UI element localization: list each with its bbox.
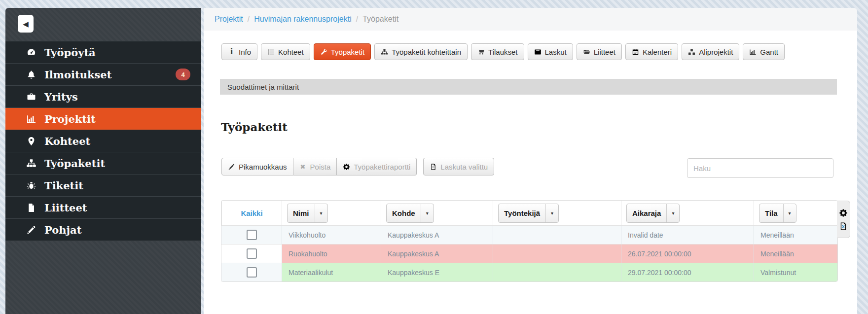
column-dropdown-nimi[interactable]: Nimi▾ xyxy=(287,204,328,223)
row-checkbox[interactable] xyxy=(247,267,257,278)
sidebar: ◀ TyöpöytäIlmoitukset4YritysProjektitKoh… xyxy=(5,8,201,314)
column-label: Tila xyxy=(760,204,783,222)
column-dropdown-aikaraja[interactable]: Aikaraja▾ xyxy=(626,204,680,223)
tab-label: Työpaketit xyxy=(331,48,364,56)
cart-icon xyxy=(477,48,485,56)
sidebar-item-työpaketit[interactable]: Työpaketit xyxy=(5,152,201,174)
sidebar-item-label: Ilmoitukset xyxy=(44,69,111,81)
breadcrumb-separator: / xyxy=(356,15,358,24)
column-dropdown-tila[interactable]: Tila▾ xyxy=(759,204,796,223)
breadcrumb-item[interactable]: Huvimajan rakennusprojekti xyxy=(254,15,351,24)
tab-liitteet[interactable]: Liitteet xyxy=(577,43,622,60)
row-checkbox[interactable] xyxy=(247,230,257,240)
cubes-icon xyxy=(688,48,695,56)
table-settings-icon[interactable] xyxy=(839,209,848,217)
sidebar-item-tiketit[interactable]: Tiketit xyxy=(5,174,201,196)
cell-aikaraja: 29.07.2021 00:00:00 xyxy=(621,263,754,281)
tab-laskut[interactable]: Laskut xyxy=(528,43,573,60)
table-row: MateriaalikulutKauppakeskus E29.07.2021 … xyxy=(221,263,837,281)
export-excel-icon[interactable] xyxy=(839,222,848,231)
filters-bar-label: Suodattimet ja mittarit xyxy=(227,83,299,91)
briefcase-icon xyxy=(26,92,36,102)
sidebar-item-label: Työpöytä xyxy=(44,46,96,59)
tab-gantt[interactable]: Gantt xyxy=(743,43,785,60)
button-label: Pikamuokkaus xyxy=(239,163,287,171)
sidebar-item-projektit[interactable]: Projektit xyxy=(5,107,201,130)
page: ◀ TyöpöytäIlmoitukset4YritysProjektitKoh… xyxy=(0,0,868,314)
sidebar-item-pohjat[interactable]: Pohjat xyxy=(5,218,201,241)
sitemap-icon xyxy=(26,158,36,169)
button-label: Laskuta valittu xyxy=(440,163,488,171)
tab-työpaketit-kohteittain[interactable]: Työpaketit kohteittain xyxy=(374,43,468,60)
cell-kohde: Kauppakeskus A xyxy=(381,225,493,244)
column-dropdown-kohde[interactable]: Kohde▾ xyxy=(386,204,434,223)
poista-button: ✖Poista xyxy=(293,158,337,175)
cell-aikaraja: 26.07.2021 00:00:00 xyxy=(621,244,754,263)
sidebar-item-label: Pohjat xyxy=(44,224,81,236)
cell-nimi: Materiaalikulut xyxy=(282,263,381,281)
action-button-group: Pikamuokkaus✖PoistaTyöpakettiraportti xyxy=(221,158,417,175)
sidebar-item-ilmoitukset[interactable]: Ilmoitukset4 xyxy=(5,63,201,85)
tab-työpaketit[interactable]: Työpaketit xyxy=(314,43,371,60)
sidebar-item-liitteet[interactable]: Liitteet xyxy=(5,196,201,218)
breadcrumb-item[interactable]: Projektit xyxy=(215,15,243,24)
sidebar-header: ◀ xyxy=(5,8,201,41)
main-content: Projektit/Huvimajan rakennusprojekti/Työ… xyxy=(204,8,857,314)
tab-label: Tilaukset xyxy=(488,48,517,56)
table-header-select: Kaikki xyxy=(221,201,282,225)
cell-kohde: Kauppakeskus E xyxy=(381,263,493,281)
map-marker-icon xyxy=(26,136,36,146)
pencil-icon xyxy=(228,163,235,171)
tab-label: Gantt xyxy=(760,48,778,56)
tab-label: Aliprojektit xyxy=(699,48,733,56)
row-select-cell xyxy=(221,244,282,263)
notification-badge: 4 xyxy=(176,69,190,80)
page-title: Työpaketit xyxy=(221,120,288,134)
collapse-icon: ◀ xyxy=(23,20,29,28)
cell-kohde: Kauppakeskus A xyxy=(381,244,493,263)
pencil-icon xyxy=(26,225,36,235)
tab-kohteet[interactable]: Kohteet xyxy=(261,43,310,60)
table-header-row: KaikkiNimi▾Kohde▾Työntekijä▾Aikaraja▾Til… xyxy=(221,201,837,225)
table-header-tyontekija: Työntekijä▾ xyxy=(493,201,621,225)
tab-aliprojektit[interactable]: Aliprojektit xyxy=(682,43,739,60)
bell-icon xyxy=(26,70,36,80)
tab-info[interactable]: iInfo xyxy=(221,43,257,60)
tab-kalenteri[interactable]: Kalenteri xyxy=(625,43,678,60)
sitemap-icon xyxy=(381,48,388,56)
cell-nimi: Ruokahuolto xyxy=(282,244,381,263)
chevron-down-icon: ▾ xyxy=(315,204,327,222)
filters-bar[interactable]: Suodattimet ja mittarit xyxy=(220,79,837,95)
tab-tilaukset[interactable]: Tilaukset xyxy=(471,43,524,60)
sidebar-collapse-button[interactable]: ◀ xyxy=(18,15,34,33)
pikamuokkaus-button[interactable]: Pikamuokkaus xyxy=(221,158,293,175)
tab-label: Työpaketit kohteittain xyxy=(392,48,461,56)
työpakettiraportti-button: Työpakettiraportti xyxy=(337,158,417,175)
table-tools xyxy=(837,201,850,238)
search-input[interactable] xyxy=(687,158,833,178)
table-header-aikaraja: Aikaraja▾ xyxy=(621,201,754,225)
list-icon xyxy=(267,48,275,56)
row-select-cell xyxy=(221,263,282,281)
table-header-kohde: Kohde▾ xyxy=(381,201,493,225)
sidebar-item-kohteet[interactable]: Kohteet xyxy=(5,130,201,152)
button-label: Poista xyxy=(310,163,331,171)
select-all-link[interactable]: Kaikki xyxy=(222,209,282,217)
row-checkbox[interactable] xyxy=(247,248,257,259)
sidebar-item-työpöytä[interactable]: Työpöytä xyxy=(5,41,201,63)
table-header-tila: Tila▾ xyxy=(754,201,837,225)
sidebar-menu: TyöpöytäIlmoitukset4YritysProjektitKohte… xyxy=(5,41,201,241)
cell-tyontekija xyxy=(493,263,621,281)
table-header-nimi: Nimi▾ xyxy=(282,201,381,225)
bug-icon xyxy=(26,180,36,191)
info-icon: i xyxy=(228,48,235,56)
inbox-icon xyxy=(534,48,542,56)
gear-icon xyxy=(343,163,350,171)
table-actions: Pikamuokkaus✖PoistaTyöpakettiraporttiLas… xyxy=(221,158,494,175)
column-dropdown-tyontekija[interactable]: Työntekijä▾ xyxy=(498,204,559,223)
column-label: Aikaraja xyxy=(627,204,666,222)
calendar-icon xyxy=(632,48,639,56)
file-icon xyxy=(26,203,36,213)
sidebar-item-yritys[interactable]: Yritys xyxy=(5,85,201,107)
chevron-down-icon: ▾ xyxy=(545,204,558,222)
